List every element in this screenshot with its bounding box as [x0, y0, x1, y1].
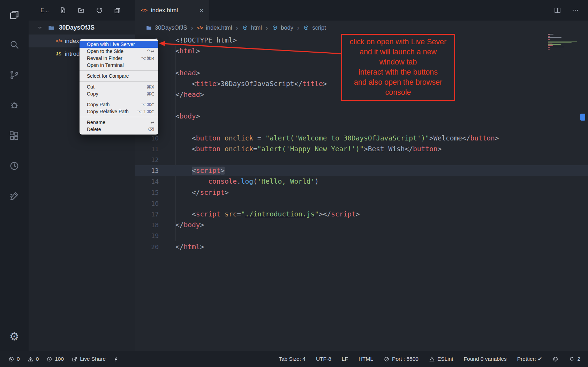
code-text: <body>: [159, 111, 200, 122]
source-control-icon[interactable]: [9, 70, 20, 80]
extensions-icon[interactable]: [9, 131, 20, 141]
code-segment: >: [196, 47, 200, 55]
code-segment: button: [196, 145, 220, 153]
chevron-down-icon: [37, 25, 43, 31]
code-segment: script: [200, 189, 224, 197]
line-number: 16: [135, 198, 159, 209]
code-line-14[interactable]: 14 console.log('Hello, World'): [135, 176, 588, 187]
code-segment: >: [220, 167, 225, 175]
code-text: console.log('Hello, World'): [159, 176, 319, 187]
context-menu: Open with Live ServerOpen to the Side^↩R…: [80, 39, 158, 135]
status-item-HTML[interactable]: HTML: [359, 356, 373, 362]
code-segment: "alert('Welcome to 30DaysOfJavaScript')": [265, 134, 429, 142]
split-editor-icon[interactable]: [554, 7, 561, 14]
code-segment: button: [470, 134, 495, 142]
code-line-7[interactable]: 7: [135, 100, 588, 111]
explorer-title: E...: [40, 7, 49, 14]
status-item-0[interactable]: 0: [8, 356, 20, 362]
status-item-0[interactable]: 0: [28, 356, 39, 362]
status-item-Found 0 variables[interactable]: Found 0 variables: [464, 356, 507, 362]
status-item-label: 2: [577, 356, 580, 362]
menu-item-select-for-compare[interactable]: Select for Compare: [80, 72, 158, 79]
code-line-10[interactable]: 10 <button onclick = "alert('Welcome to …: [135, 133, 588, 144]
annotation-line: and it will launch a new: [344, 47, 453, 57]
code-segment: >: [429, 134, 434, 142]
menu-item-delete[interactable]: Delete⌫: [80, 126, 158, 133]
menu-separator: [80, 117, 158, 117]
status-item-Port : 5500[interactable]: Port : 5500: [384, 356, 419, 362]
clock-icon[interactable]: [9, 161, 20, 171]
collapse-all-icon[interactable]: [114, 7, 121, 14]
code-segment: <: [175, 112, 180, 120]
code-line-9[interactable]: 9: [135, 122, 588, 133]
files-icon[interactable]: [9, 10, 20, 20]
menu-item-open-to-the-side[interactable]: Open to the Side^↩: [80, 48, 158, 55]
breadcrumb-item-script[interactable]: script: [303, 24, 326, 31]
pen-icon[interactable]: [9, 191, 20, 201]
tab-bar: </> index.html ×: [135, 0, 588, 21]
settings-gear-icon[interactable]: ⚙: [9, 331, 20, 342]
menu-item-reveal-in-finder[interactable]: Reveal in Finder⌥⌘R: [80, 55, 158, 62]
code-line-12[interactable]: 12: [135, 154, 588, 165]
code-segment: <: [192, 210, 196, 218]
status-item-label: Prettier: ✔: [517, 356, 542, 362]
status-item-2[interactable]: 2: [569, 356, 580, 362]
code-segment: html: [180, 47, 196, 55]
breadcrumb-separator: ›: [266, 24, 268, 32]
code-segment: <: [175, 47, 180, 55]
code-line-18[interactable]: 18</body>: [135, 220, 588, 230]
menu-item-open-in-terminal[interactable]: Open in Terminal: [80, 62, 158, 69]
code-text: <button onclick="alert('Happy New Year!'…: [159, 144, 442, 154]
status-item-100[interactable]: 100: [46, 356, 64, 362]
menu-item-copy[interactable]: Copy⌘C: [80, 90, 158, 97]
search-icon[interactable]: [9, 39, 20, 50]
menu-item-open-with-live-server[interactable]: Open with Live Server: [80, 41, 158, 48]
status-item-lightning-icon[interactable]: [113, 356, 119, 362]
status-item-Tab Size: 4[interactable]: Tab Size: 4: [279, 356, 306, 362]
menu-item-copy-path[interactable]: Copy Path⌥⌘C: [80, 101, 158, 108]
status-item-Live Share[interactable]: Live Share: [71, 356, 106, 362]
status-item-Prettier: ✔[interactable]: Prettier: ✔: [517, 356, 542, 362]
breadcrumb-item-index.html[interactable]: </>index.html: [197, 24, 232, 31]
warning-icon: [429, 356, 435, 362]
code-segment: </: [175, 221, 183, 229]
code-line-16[interactable]: 16: [135, 198, 588, 209]
breadcrumb-item-html[interactable]: html: [242, 24, 262, 31]
menu-item-copy-relative-path[interactable]: Copy Relative Path⌥⇧⌘C: [80, 108, 158, 115]
new-file-icon[interactable]: [59, 7, 67, 14]
menu-item-cut[interactable]: Cut⌘X: [80, 83, 158, 90]
code-line-13[interactable]: 13 <script>: [135, 165, 588, 176]
status-item-UTF-8[interactable]: UTF-8: [316, 356, 331, 362]
code-line-15[interactable]: 15 </script>: [135, 187, 588, 198]
menu-item-label: Rename: [87, 120, 105, 125]
code-segment: [220, 210, 225, 218]
menu-separator: [80, 81, 158, 82]
code-segment: =: [253, 145, 257, 153]
tab-index-html[interactable]: </> index.html ×: [135, 0, 209, 21]
status-item-LF[interactable]: LF: [342, 356, 348, 362]
status-item-smiley-icon[interactable]: [552, 356, 558, 362]
debug-icon[interactable]: [9, 100, 20, 110]
more-actions-icon[interactable]: [572, 7, 579, 14]
status-item-label: HTML: [359, 356, 373, 362]
breadcrumb-item-body[interactable]: body: [272, 24, 293, 31]
breadcrumb-label: body: [281, 24, 293, 31]
editor-actions: [554, 0, 588, 21]
refresh-icon[interactable]: [96, 7, 103, 14]
code-line-8[interactable]: 8<body>: [135, 111, 588, 122]
tab-close-icon[interactable]: ×: [199, 7, 204, 14]
code-line-11[interactable]: 11 <button onclick="alert('Happy New Yea…: [135, 144, 588, 154]
breadcrumb-item-30DaysOfJS[interactable]: 30DaysOfJS: [146, 24, 187, 31]
code-line-17[interactable]: 17 <script src="./introduction.js"></scr…: [135, 209, 588, 220]
folder-row-30daysofjs[interactable]: 30DaysOfJS: [29, 21, 135, 34]
code-line-19[interactable]: 19: [135, 230, 588, 241]
menu-item-rename[interactable]: Rename↩: [80, 119, 158, 126]
menu-item-label: Delete: [87, 127, 101, 132]
minimap[interactable]: [547, 34, 580, 50]
code-file-icon: </>: [197, 25, 203, 30]
status-item-ESLint[interactable]: ESLint: [429, 356, 453, 362]
new-folder-icon[interactable]: [77, 7, 85, 14]
status-item-label: 100: [55, 356, 64, 362]
code-line-20[interactable]: 20</html>: [135, 242, 588, 252]
status-item-label: LF: [342, 356, 348, 362]
